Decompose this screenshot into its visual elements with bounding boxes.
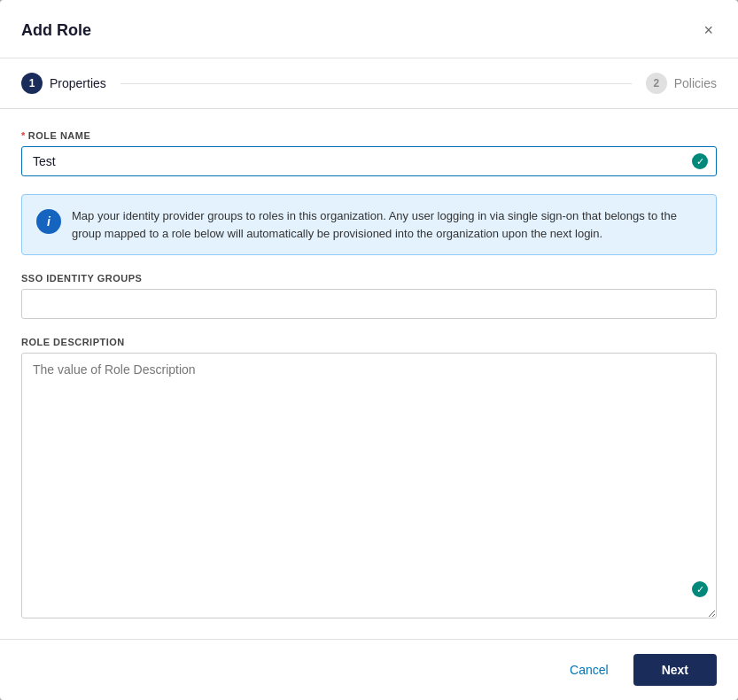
step-2-number: 2 [646,73,667,94]
role-name-check-icon: ✓ [692,153,708,169]
role-description-textarea[interactable] [21,353,717,618]
role-name-label: *ROLE NAME [21,130,717,141]
role-description-wrapper: ✓ [21,353,717,622]
close-button[interactable]: × [700,18,717,43]
role-name-input-wrapper: ✓ [21,146,717,176]
role-name-input[interactable] [21,146,717,176]
role-name-field-group: *ROLE NAME ✓ [21,130,717,176]
required-star: * [21,130,26,141]
modal-header: Add Role × [0,0,738,58]
next-button[interactable]: Next [633,654,717,686]
close-icon: × [703,21,713,40]
step-2-label: Policies [674,76,717,90]
cancel-button[interactable]: Cancel [555,654,623,686]
step-1-number: 1 [21,73,43,94]
sso-field-group: SSO IDENTITY GROUPS [21,273,717,319]
sso-identity-groups-input[interactable] [21,289,717,319]
sso-label: SSO IDENTITY GROUPS [21,273,717,284]
steps-bar: 1 Properties 2 Policies [0,58,738,109]
modal-title: Add Role [21,21,91,40]
role-description-label: ROLE DESCRIPTION [21,337,717,347]
add-role-modal: Add Role × 1 Properties 2 Policies *ROLE… [0,0,738,700]
modal-body: *ROLE NAME ✓ i Map your identity provide… [0,109,738,639]
info-banner: i Map your identity provider groups to r… [21,194,717,255]
role-description-field-group: ROLE DESCRIPTION ✓ [21,337,717,622]
step-policies: 2 Policies [646,73,717,94]
step-1-label: Properties [50,76,106,90]
info-icon: i [36,209,61,234]
step-divider [120,83,632,84]
role-description-check-icon: ✓ [692,581,708,597]
modal-footer: Cancel Next [0,639,738,700]
sso-input-wrapper [21,289,717,319]
info-text: Map your identity provider groups to rol… [72,207,702,242]
step-properties: 1 Properties [21,73,106,94]
